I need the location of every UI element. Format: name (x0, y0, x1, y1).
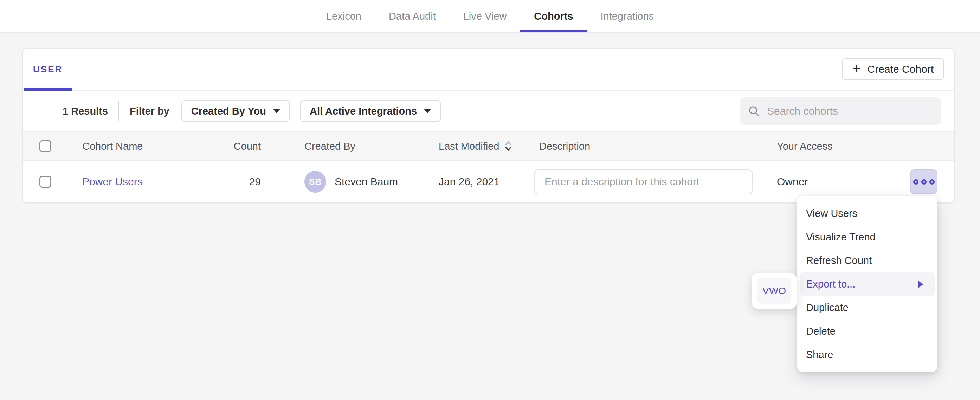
search-cohorts-box (740, 97, 941, 125)
description-cell (527, 169, 763, 194)
row-checkbox-cell (23, 176, 82, 188)
vertical-divider (118, 101, 119, 121)
submenu-arrow-icon (918, 281, 923, 288)
search-input[interactable] (767, 105, 934, 117)
menu-item-visualize-trend[interactable]: Visualize Trend (800, 225, 935, 249)
context-menu: View Users Visualize Trend Refresh Count… (797, 196, 937, 372)
more-options-icon (913, 179, 918, 185)
create-cohort-label: Create Cohort (867, 63, 934, 75)
submenu-item-vwo[interactable]: VWO (757, 278, 791, 304)
export-to-label: Export to... (806, 278, 855, 290)
integrations-filter-label: All Active Integrations (310, 105, 417, 117)
more-options-button[interactable] (910, 169, 937, 194)
menu-item-export-to[interactable]: Export to... (800, 273, 935, 296)
cohorts-panel: USER + Create Cohort 1 Results Filter by… (22, 48, 955, 203)
sort-icon[interactable] (504, 140, 513, 152)
menu-item-duplicate[interactable]: Duplicate (800, 296, 935, 320)
created-by-name: Steven Baum (335, 176, 398, 188)
menu-item-share[interactable]: Share (800, 343, 935, 367)
filter-toolbar: 1 Results Filter by Created By You All A… (23, 91, 954, 131)
row-checkbox[interactable] (39, 176, 51, 188)
column-header-your-access: Your Access (763, 140, 879, 152)
plus-icon: + (853, 61, 861, 76)
cohort-name-link[interactable]: Power Users (82, 176, 143, 187)
cohorts-page: Lexicon Data Audit Live View Cohorts Int… (0, 0, 980, 400)
menu-item-view-users[interactable]: View Users (800, 202, 935, 225)
panel-tab-row: USER + Create Cohort (23, 48, 954, 91)
column-header-created-by: Created By (272, 140, 430, 152)
description-input[interactable] (534, 169, 752, 194)
top-nav: Lexicon Data Audit Live View Cohorts Int… (326, 0, 654, 32)
column-header-last-modified[interactable]: Last Modified (430, 140, 527, 152)
table-header: Cohort Name Count Created By Last Modifi… (23, 131, 954, 161)
nav-tab-cohorts[interactable]: Cohorts (534, 0, 573, 32)
tab-user[interactable]: USER (24, 48, 72, 90)
more-options-icon (929, 179, 935, 185)
nav-tab-data-audit[interactable]: Data Audit (389, 0, 436, 32)
nav-tab-lexicon[interactable]: Lexicon (326, 0, 361, 32)
menu-item-delete[interactable]: Delete (800, 320, 935, 343)
caret-down-icon (273, 109, 280, 113)
caret-down-icon (424, 109, 431, 113)
access-value: Owner (763, 176, 879, 188)
avatar: SB (304, 171, 326, 193)
cohort-name-cell: Power Users (82, 176, 234, 188)
created-by-cell: SB Steven Baum (272, 171, 430, 193)
created-by-filter-dropdown[interactable]: Created By You (181, 100, 290, 122)
more-options-icon (921, 179, 927, 185)
results-count: 1 Results (62, 105, 108, 117)
create-cohort-button[interactable]: + Create Cohort (842, 58, 944, 80)
actions-cell (879, 169, 954, 194)
last-modified-label: Last Modified (439, 140, 500, 152)
header-checkbox-cell (23, 140, 82, 152)
export-submenu: VWO (752, 273, 797, 309)
column-header-description: Description (527, 140, 763, 152)
nav-tab-live-view[interactable]: Live View (463, 0, 507, 32)
integrations-filter-dropdown[interactable]: All Active Integrations (300, 100, 441, 122)
top-nav-bar: Lexicon Data Audit Live View Cohorts Int… (0, 0, 980, 33)
created-by-filter-label: Created By You (191, 105, 266, 117)
last-modified-value: Jan 26, 2021 (430, 176, 527, 188)
column-header-cohort-name: Cohort Name (82, 140, 234, 152)
nav-tab-integrations[interactable]: Integrations (601, 0, 654, 32)
column-header-count: Count (234, 140, 272, 152)
search-icon (747, 104, 760, 118)
filter-by-label: Filter by (130, 105, 169, 117)
menu-item-refresh-count[interactable]: Refresh Count (800, 249, 935, 273)
cohort-count: 29 (234, 176, 272, 188)
select-all-checkbox[interactable] (39, 140, 51, 152)
